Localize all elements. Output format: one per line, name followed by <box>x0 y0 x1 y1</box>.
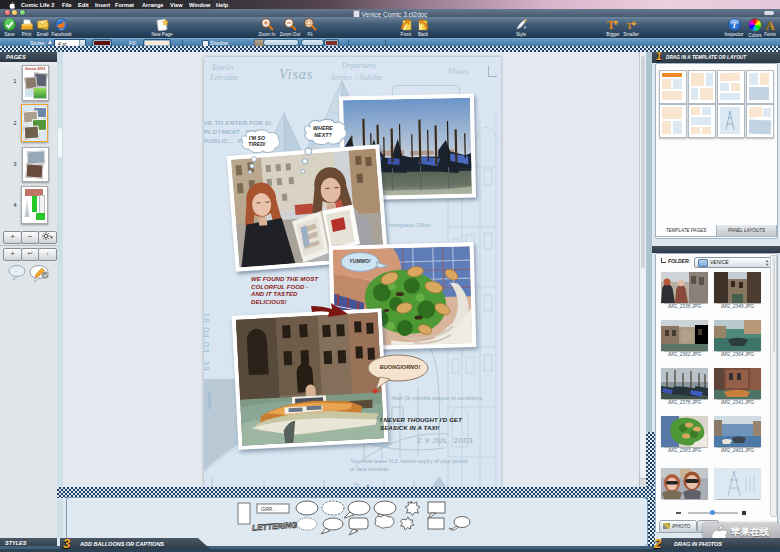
svg-text:T: T <box>627 21 633 31</box>
svg-text:-: - <box>15 268 17 274</box>
svg-text:T: T <box>607 18 615 31</box>
svg-text:GRR...: GRR... <box>261 506 276 512</box>
svg-text:A: A <box>765 18 775 31</box>
svg-text:LETTERING: LETTERING <box>252 521 298 533</box>
